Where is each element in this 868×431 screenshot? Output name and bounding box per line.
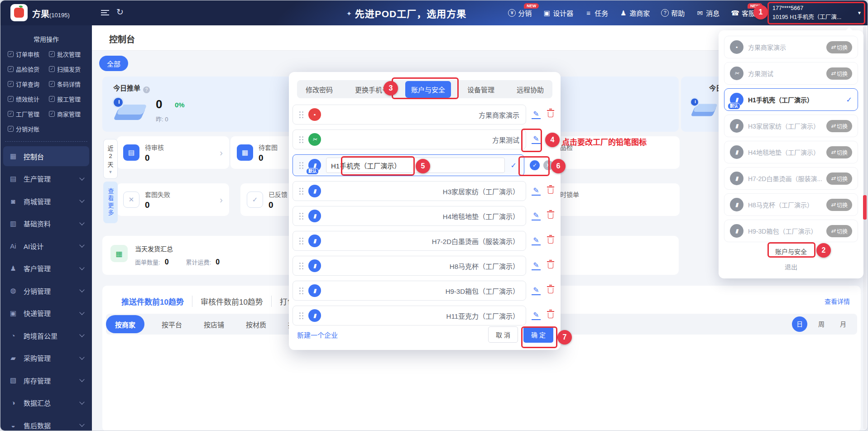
sidebar-menu-item[interactable]: ▥ 基础资料 [3,214,89,234]
drag-handle-icon[interactable] [299,213,303,220]
edit-pencil-icon[interactable]: ✎ [532,236,541,245]
account-switch-item[interactable]: ▮默认 H1手机壳（工厂演示） ⇄切换 ✓ [724,88,858,111]
quick-op-item[interactable]: ✓ 订单审核 [8,50,49,58]
refresh-icon[interactable]: ↻ [116,7,124,17]
topnav-item[interactable]: ♟ 邀商家 [619,8,650,18]
trend-tab[interactable]: 推送件数前10趋势 [113,296,192,307]
quick-op-item[interactable]: ✓ 条码详情 [49,80,90,88]
drag-handle-icon[interactable] [299,238,303,244]
sidebar-menu-item[interactable]: ◒ 售后数据 [3,415,89,431]
trend-filter-pill[interactable]: 按平台 [157,320,187,329]
dialog-tab[interactable]: 修改密码 [300,81,339,98]
logout-link[interactable]: 退出 [724,262,858,271]
edit-pencil-icon[interactable]: ✎ [532,211,541,220]
confirm-button[interactable]: 确 定 [523,326,553,343]
sidebar-menu-item[interactable]: ◍ 分销管理 [3,281,89,301]
account-switch-item[interactable]: ✂ 方果测试 ⇄切换 ✓ [724,62,858,85]
topnav-item[interactable]: ▣ 设计器 [543,8,573,18]
quick-op-item[interactable]: ✓ 报工管理 [49,95,90,103]
edit-pencil-icon[interactable]: ✎ [532,286,541,295]
question-icon[interactable]: ? [143,86,150,93]
delete-trash-icon[interactable] [548,288,553,293]
drag-handle-icon[interactable] [299,188,303,195]
switch-button[interactable]: ⇄切换 [826,41,852,53]
quick-op-item[interactable]: ✓ 品检验货 [8,65,49,73]
switch-button[interactable]: ⇄切换 [826,199,852,211]
sidebar-menu-item[interactable]: ◑ 数据汇总 [3,393,89,413]
stat-card-audit[interactable]: ▤ 待审核0 › [117,136,229,169]
quick-op-item[interactable]: ✓ 批次管理 [49,50,90,58]
dialog-tab[interactable]: 更换手机号 [349,81,395,98]
delete-trash-icon[interactable] [548,238,553,244]
edit-pencil-icon[interactable]: ✎ [532,261,541,270]
drag-handle-icon[interactable] [299,136,303,143]
sidebar-menu-item[interactable]: ▣ 快递管理 [3,303,89,323]
drag-handle-icon[interactable] [299,111,303,118]
view-detail-link[interactable]: 查看详情 [825,297,850,306]
quick-op-item[interactable]: ✓ 扫描发货 [49,65,90,73]
account-security-link[interactable]: 账户与安全 [724,247,858,256]
switch-button[interactable]: ⇄切换 [826,172,852,185]
trend-filter-pill[interactable]: 按店铺 [199,320,229,329]
sidebar-menu-item[interactable]: Ai AI设计 [3,236,89,256]
drag-handle-icon[interactable] [299,287,303,294]
period-button[interactable]: 日 [792,316,807,332]
account-switch-item[interactable]: ▮ H9-3D箱包（工厂演示） ⇄切换 ✓ [724,220,858,242]
delete-trash-icon[interactable] [548,112,553,117]
trend-tab[interactable]: 审核件数前10趋势 [192,296,272,307]
switch-button[interactable]: ⇄切换 [826,67,852,80]
sidebar-menu-item[interactable]: ▰ 采购管理 [3,348,89,368]
period-button[interactable]: 月 [835,316,851,332]
delete-trash-icon[interactable] [548,213,553,219]
switch-button[interactable]: ⇄切换 [826,225,852,237]
new-company-link[interactable]: 新建一个企业 [297,330,338,340]
caret-down-icon[interactable]: ▼ [857,10,862,15]
topnav-item[interactable]: ☎ 客服 NEW [731,8,755,18]
sidebar-menu-item[interactable]: ◔ 跨境首公里 [3,326,89,345]
account-switch-item[interactable]: ▮ H3家居家纺（工厂演示） ⇄切换 ✓ [724,115,858,137]
sidebar-menu-item[interactable]: ▤ 生产管理 [3,169,89,189]
quick-op-item[interactable]: ✓ 工厂管理 [8,110,49,118]
sidebar-menu-item[interactable]: ▦ 控制台 [3,146,89,166]
quick-op-item[interactable]: ✓ 分销对账 [8,125,49,133]
date-range-selector[interactable]: 近 2 天 ▼ [103,139,118,179]
account-info[interactable]: 177****5667 10195 H1手机壳（工厂演... [772,4,857,22]
dialog-tab[interactable]: 账户与安全 [405,81,451,98]
view-more-button[interactable]: 查看更多 [103,182,118,223]
trend-filter-pill[interactable]: 按材质 [241,320,271,329]
filter-all-button[interactable]: 全部 [99,56,128,71]
stat-card-fitfail[interactable]: ✕ 套图失败0 › [117,183,229,216]
topnav-item[interactable]: ¥ 分销 NEW [508,8,532,18]
quick-op-item[interactable]: ✓ 绩效统计 [8,95,49,103]
quick-op-item[interactable]: ✓ 订单查询 [8,80,49,88]
edit-pencil-icon[interactable]: ✎ [532,311,541,320]
dialog-tab[interactable]: 设备管理 [461,81,500,98]
confirm-edit-icon[interactable]: ✓ [530,160,540,170]
sidebar-menu-item[interactable]: ◙ 商城管理 [3,191,89,211]
account-switch-item[interactable]: ▪ 方果商家演示 ⇄切换 ✓ [724,36,858,58]
switch-button[interactable]: ⇄切换 [826,146,852,158]
period-button[interactable]: 周 [814,316,829,332]
delete-trash-icon[interactable] [548,188,553,194]
delete-trash-icon[interactable] [548,137,553,142]
topnav-item[interactable]: ? 帮助 [661,8,685,18]
cancel-edit-icon[interactable]: ✕ [543,160,553,170]
topnav-item[interactable]: ✉ 消息 [696,8,719,18]
delete-trash-icon[interactable] [548,313,553,318]
edit-pencil-icon[interactable]: ✎ [532,187,541,196]
topnav-item[interactable]: ≡ 任务 [585,8,608,18]
scrollbar[interactable] [863,26,867,429]
trend-filter-pill[interactable]: 按商家 [106,315,144,333]
company-name-input[interactable]: H1手机壳（工厂演示） [326,158,505,173]
drag-handle-icon[interactable] [299,312,303,319]
edit-pencil-icon[interactable]: ✎ [532,110,541,119]
account-switch-item[interactable]: ▮ H7-2D白墨烫画（服装演... ⇄切换 ✓ [724,167,858,190]
sidebar-menu-item[interactable]: ♟ 客户管理 [3,259,89,278]
switch-button[interactable]: ⇄切换 [826,120,852,132]
edit-pencil-icon[interactable]: ✎ [532,135,541,144]
quick-op-item[interactable]: ✓ 商家管理 [49,110,90,118]
delete-trash-icon[interactable] [548,263,553,268]
drag-handle-icon[interactable] [299,162,303,169]
account-switch-item[interactable]: ▮ H4地毯地垫（工厂演示） ⇄切换 ✓ [724,141,858,163]
dialog-tab[interactable]: 远程协助 [511,81,550,98]
